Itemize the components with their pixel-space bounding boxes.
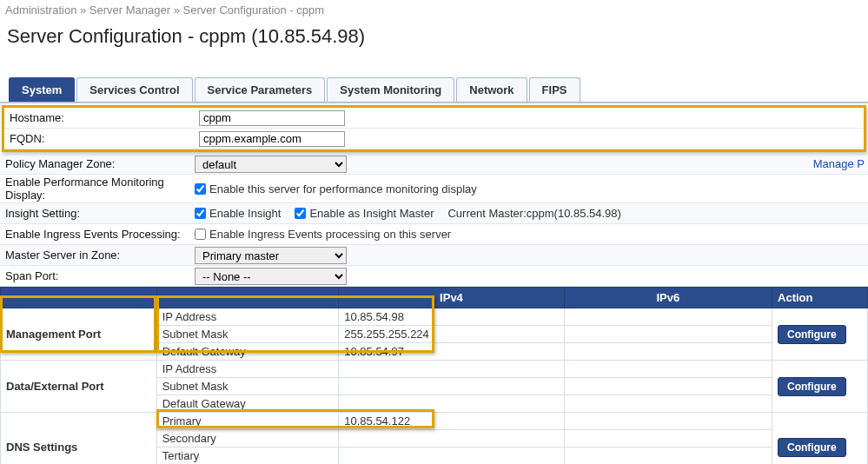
mgmt-gw-v6 bbox=[564, 343, 772, 361]
breadcrumb: Administration » Server Manager » Server… bbox=[0, 0, 868, 20]
ext-ip-v6 bbox=[564, 361, 772, 378]
tab-system-monitoring[interactable]: System Monitoring bbox=[327, 77, 454, 102]
dns-ter-label: Tertiary bbox=[156, 447, 339, 465]
ext-sm-v4 bbox=[339, 378, 564, 395]
ingress-label: Enable Ingress Events Processing: bbox=[3, 228, 195, 241]
fqdn-label: FQDN: bbox=[8, 132, 199, 145]
dns-ter-v4 bbox=[339, 447, 564, 465]
master-select[interactable]: Primary master bbox=[195, 247, 347, 264]
dns-ter-v6 bbox=[564, 447, 772, 465]
breadcrumb-c: Server Configuration - cppm bbox=[183, 3, 325, 17]
manage-zones-link[interactable]: Manage P bbox=[813, 157, 868, 170]
current-master-label: Current Master:cppm(10.85.54.98) bbox=[447, 207, 620, 220]
mgmt-configure-button[interactable]: Configure bbox=[778, 325, 846, 344]
tab-service-parameters[interactable]: Service Parameters bbox=[195, 77, 326, 102]
ingress-checkbox[interactable] bbox=[195, 229, 206, 240]
span-label: Span Port: bbox=[3, 269, 195, 282]
pmzone-select[interactable]: default bbox=[195, 156, 347, 173]
tab-services-control[interactable]: Services Control bbox=[76, 77, 192, 102]
ingress-checkbox-label: Enable Ingress Events processing on this… bbox=[209, 228, 451, 241]
dns-configure-button[interactable]: Configure bbox=[778, 438, 846, 457]
ports-table: IPv4 IPv6 Action Management Port IP Addr… bbox=[0, 287, 868, 464]
ext-sm-label: Subnet Mask bbox=[156, 378, 339, 395]
ext-port-label: Data/External Port bbox=[1, 361, 157, 413]
mgmt-port-label: Management Port bbox=[1, 308, 157, 361]
dns-sec-v6 bbox=[564, 430, 772, 447]
th-blank1 bbox=[1, 288, 157, 308]
perf-checkbox-label: Enable this server for performance monit… bbox=[209, 182, 477, 196]
insight-label: Insight Setting: bbox=[3, 207, 195, 220]
ext-sm-v6 bbox=[564, 378, 772, 395]
perf-label: Enable Performance Monitoring Display: bbox=[3, 176, 195, 202]
ext-configure-button[interactable]: Configure bbox=[778, 377, 846, 396]
master-label: Master Server in Zone: bbox=[3, 249, 195, 262]
hostname-label: Hostname: bbox=[8, 111, 199, 124]
dns-label: DNS Settings bbox=[1, 413, 157, 465]
tab-network[interactable]: Network bbox=[456, 77, 527, 102]
enable-insight-checkbox[interactable] bbox=[195, 208, 206, 219]
ext-gw-label: Default Gateway bbox=[156, 395, 339, 413]
mgmt-ip-label: IP Address bbox=[156, 308, 339, 326]
th-ipv6: IPv6 bbox=[564, 288, 772, 308]
th-action: Action bbox=[772, 288, 868, 308]
hostname-input[interactable] bbox=[199, 110, 345, 126]
dns-sec-label: Secondary bbox=[156, 430, 339, 447]
ext-gw-v6 bbox=[564, 395, 772, 413]
fqdn-input[interactable] bbox=[199, 131, 345, 147]
form-area: Hostname: FQDN: Policy Manager Zone: def… bbox=[0, 103, 868, 464]
mgmt-gw-v4: 10.85.54.97 bbox=[339, 343, 564, 361]
ext-ip-v4 bbox=[339, 361, 564, 378]
insight-master-label: Enable as Insight Master bbox=[309, 207, 434, 220]
ext-ip-label: IP Address bbox=[156, 361, 339, 378]
breadcrumb-b[interactable]: Server Manager bbox=[89, 3, 170, 17]
tab-system[interactable]: System bbox=[9, 77, 75, 102]
span-select[interactable]: -- None -- bbox=[195, 268, 347, 285]
mgmt-ip-v4: 10.85.54.98 bbox=[339, 308, 564, 326]
mgmt-sm-v6 bbox=[564, 326, 772, 343]
ext-gw-v4 bbox=[339, 395, 564, 413]
page-title: Server Configuration - cppm (10.85.54.98… bbox=[0, 20, 868, 65]
dns-sec-v4 bbox=[339, 430, 564, 447]
insight-master-checkbox[interactable] bbox=[295, 208, 306, 219]
tabs: System Services Control Service Paramete… bbox=[0, 77, 868, 103]
tab-fips[interactable]: FIPS bbox=[529, 77, 580, 102]
th-ipv4: IPv4 bbox=[339, 288, 564, 308]
mgmt-sm-v4: 255.255.255.224 bbox=[339, 326, 564, 343]
perf-checkbox[interactable] bbox=[195, 183, 206, 195]
mgmt-gw-label: Default Gateway bbox=[156, 343, 339, 361]
dns-pri-v6 bbox=[564, 413, 772, 430]
mgmt-ip-v6 bbox=[564, 308, 772, 326]
th-blank2 bbox=[156, 288, 339, 308]
breadcrumb-a[interactable]: Administration bbox=[5, 3, 76, 17]
pmzone-label: Policy Manager Zone: bbox=[3, 157, 195, 170]
mgmt-sm-label: Subnet Mask bbox=[156, 326, 339, 343]
enable-insight-label: Enable Insight bbox=[209, 207, 281, 220]
dns-pri-label: Primary bbox=[156, 413, 339, 430]
dns-pri-v4: 10.85.54.122 bbox=[339, 413, 564, 430]
